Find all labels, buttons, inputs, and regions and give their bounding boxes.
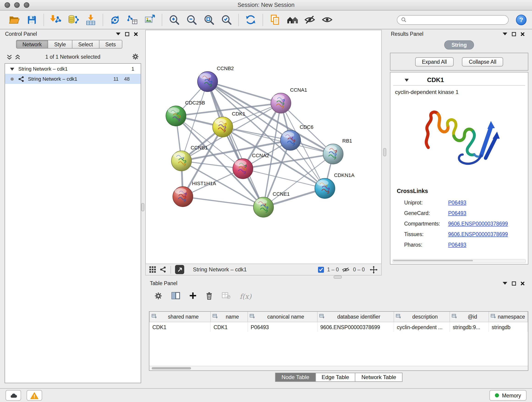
- section-collapse-icon[interactable]: [404, 78, 409, 82]
- cell-shared-name: CDK1: [150, 322, 210, 332]
- memory-label: Memory: [502, 393, 521, 398]
- apply-layout-button[interactable]: [242, 12, 259, 27]
- zoom-selected-button[interactable]: [218, 12, 235, 27]
- network-label: String Network – cdk1: [28, 76, 77, 82]
- string-home-button[interactable]: [284, 12, 301, 27]
- open-in-window-button[interactable]: [175, 265, 184, 274]
- pan-move-icon[interactable]: [370, 266, 378, 274]
- compartments-link[interactable]: 9606.ENSP00000378699: [448, 221, 508, 226]
- tissues-link[interactable]: 9606.ENSP00000378699: [448, 231, 508, 237]
- show-columns-icon[interactable]: [171, 292, 180, 301]
- column-header[interactable]: @id: [450, 312, 489, 322]
- add-column-icon[interactable]: [189, 292, 196, 301]
- selected-checkbox-icon[interactable]: [318, 267, 324, 273]
- toolbar-separator: [103, 13, 103, 26]
- copy-document-button[interactable]: [266, 12, 284, 27]
- network-edge[interactable]: [183, 197, 264, 207]
- column-header[interactable]: description: [394, 312, 450, 322]
- memory-button[interactable]: Memory: [490, 390, 526, 401]
- function-builder-button[interactable]: f(x): [240, 293, 251, 301]
- tab-select[interactable]: Select: [72, 40, 99, 49]
- string-tab-badge[interactable]: String: [444, 40, 474, 50]
- network-edge[interactable]: [208, 82, 264, 207]
- column-header[interactable]: canonical name: [248, 312, 317, 322]
- node-label-CDC6: CDC6: [300, 124, 313, 130]
- hidden-eye-icon[interactable]: [342, 267, 350, 273]
- panel-close-icon[interactable]: [520, 32, 525, 36]
- pharos-link[interactable]: P06493: [448, 242, 466, 247]
- delete-column-trash-icon[interactable]: [206, 292, 213, 301]
- tab-network-table[interactable]: Network Table: [355, 373, 403, 382]
- cell-description: cyclin-dependent ...: [394, 322, 450, 332]
- network-share-icon[interactable]: [160, 266, 166, 273]
- cloud-button[interactable]: [6, 390, 21, 401]
- toolbar-separator: [263, 13, 263, 26]
- panel-close-icon[interactable]: [134, 32, 138, 36]
- import-table-from-file-button[interactable]: [82, 12, 99, 27]
- genecard-link[interactable]: P06493: [448, 210, 466, 216]
- protein-structure-image: [393, 98, 525, 180]
- protein-description: cyclin-dependent kinase 1: [395, 89, 525, 95]
- crosslink-label: Pharos:: [404, 242, 448, 247]
- import-network-from-file-button[interactable]: [47, 12, 65, 27]
- panel-float-icon[interactable]: [503, 281, 507, 285]
- clone-network-button[interactable]: [106, 12, 124, 27]
- edge-count: 48: [124, 76, 130, 82]
- node-label-CCNE1: CCNE1: [273, 191, 290, 197]
- zoom-out-button[interactable]: [183, 12, 200, 27]
- import-network-from-database-button[interactable]: [65, 12, 82, 27]
- zoom-in-button[interactable]: [165, 12, 183, 27]
- network-row[interactable]: String Network – cdk1 11 48: [5, 74, 141, 84]
- show-all-button[interactable]: [318, 12, 336, 27]
- warnings-button[interactable]: [27, 390, 42, 401]
- tab-style[interactable]: Style: [48, 40, 72, 49]
- save-session-button[interactable]: [23, 12, 40, 27]
- node-table: shared name name canonical name database…: [149, 311, 528, 371]
- tab-edge-table[interactable]: Edge Table: [315, 373, 355, 382]
- node-highlight: [175, 188, 186, 194]
- panel-maximize-icon[interactable]: [512, 281, 516, 285]
- eye-icon: [321, 14, 333, 26]
- export-image-button[interactable]: [141, 12, 158, 27]
- panel-maximize-icon[interactable]: [512, 32, 516, 36]
- zoom-fit-button[interactable]: [200, 12, 218, 27]
- column-header[interactable]: database identifier: [317, 312, 394, 322]
- status-bar: Memory: [0, 388, 532, 402]
- help-button[interactable]: ?: [516, 14, 526, 25]
- expand-all-button[interactable]: Expand All: [415, 57, 454, 66]
- search-icon: [401, 17, 406, 22]
- network-from-table-button[interactable]: [124, 12, 141, 27]
- hide-selection-button[interactable]: [301, 12, 318, 27]
- tab-node-table[interactable]: Node Table: [275, 373, 316, 382]
- panel-close-icon[interactable]: [520, 281, 525, 285]
- tab-sets[interactable]: Sets: [99, 40, 122, 49]
- collapse-all-button[interactable]: Collapse All: [462, 57, 503, 66]
- toolbar-separator: [171, 266, 171, 274]
- table-options-gear-icon[interactable]: [154, 292, 162, 301]
- results-horizontal-scrollbar[interactable]: [392, 259, 526, 263]
- right-splitter-handle[interactable]: [383, 148, 386, 156]
- column-header[interactable]: shared name: [150, 312, 210, 322]
- panel-float-icon[interactable]: [503, 32, 507, 36]
- open-session-button[interactable]: [6, 12, 23, 27]
- column-header[interactable]: namespace: [489, 312, 528, 322]
- disclosure-triangle-icon[interactable]: [10, 67, 15, 71]
- uniprot-link[interactable]: P06493: [448, 200, 466, 205]
- column-header[interactable]: name: [210, 312, 248, 322]
- network-view-canvas[interactable]: CCNB2CCNA1CDC25BCDK1CDC6RB1CCNB1CCNA2CDK…: [145, 30, 382, 264]
- tab-network[interactable]: Network: [16, 40, 48, 49]
- left-splitter-handle[interactable]: [141, 203, 144, 211]
- grid-view-icon[interactable]: [149, 266, 156, 273]
- network-collection-row[interactable]: String Network – cdk1 1: [5, 64, 141, 74]
- node-label-RB1: RB1: [342, 138, 352, 144]
- cell-name: CDK1: [210, 322, 248, 332]
- node-count: 11: [114, 76, 119, 82]
- horizontal-splitter-handle[interactable]: [334, 275, 342, 279]
- panel-float-icon[interactable]: [116, 32, 120, 36]
- table-horizontal-scrollbar[interactable]: [149, 366, 528, 370]
- panel-maximize-icon[interactable]: [125, 32, 129, 36]
- toolbar-search: [397, 15, 509, 25]
- crosslinks-title: CrossLinks: [397, 188, 525, 194]
- search-input[interactable]: [409, 17, 505, 23]
- table-row[interactable]: CDK1 CDK1 P06493 9606.ENSP00000378699 cy…: [150, 322, 528, 332]
